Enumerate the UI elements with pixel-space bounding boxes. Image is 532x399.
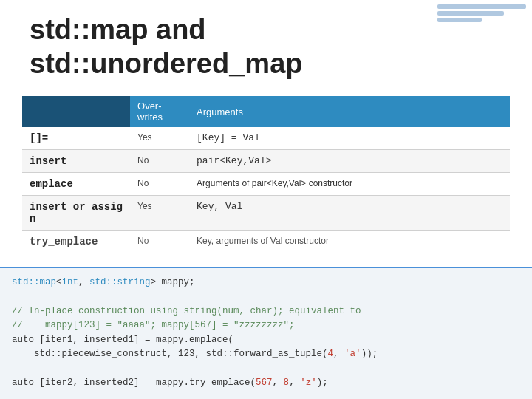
th-method [22, 96, 130, 127]
code-line-comment1: // In-place construction using string(nu… [12, 304, 520, 318]
code-line-blank1 [12, 290, 520, 304]
table-row: insert_or_assign Yes Key, Val [22, 196, 510, 231]
td-arguments: Key, Val [189, 196, 510, 231]
td-method: insert [22, 150, 130, 173]
code-line-comment2: // mappy[123] = "aaaa"; mappy[567] = "zz… [12, 318, 520, 332]
td-overwrites: No [130, 150, 189, 173]
comparison-table-container: Over-writes Arguments []= Yes [Key] = Va… [22, 96, 510, 253]
td-arguments: Key, arguments of Val constructor [189, 231, 510, 253]
slide-title: std::map and std::unordered_map [30, 13, 302, 81]
code-line-5: auto [iter2, inserted2] = mappy.try_empl… [12, 376, 520, 390]
table-header-row: Over-writes Arguments [22, 96, 510, 127]
th-overwrites: Over-writes [130, 96, 189, 127]
code-line-1: std::map<int, std::string> mappy; [12, 276, 520, 290]
td-arguments: Arguments of pair<Key,Val> constructor [189, 173, 510, 196]
top-bar-2 [437, 11, 504, 16]
table-row: insert No pair<Key,Val> [22, 150, 510, 173]
title-line1: std::map and [30, 14, 206, 45]
code-line-blank2 [12, 361, 520, 375]
td-method: insert_or_assign [22, 196, 130, 231]
top-bar-1 [437, 4, 526, 9]
slide: std::map and std::unordered_map Over-wri… [0, 0, 532, 399]
td-arguments: pair<Key,Val> [189, 150, 510, 173]
top-bar-3 [437, 18, 482, 22]
top-bar-container [432, 0, 532, 27]
comparison-table: Over-writes Arguments []= Yes [Key] = Va… [22, 96, 510, 253]
td-method: []= [22, 127, 130, 150]
code-line-4: std::piecewise_construct, 123, std::forw… [12, 347, 520, 361]
td-method: try_emplace [22, 231, 130, 253]
td-overwrites: No [130, 231, 189, 253]
td-overwrites: Yes [130, 127, 189, 150]
td-overwrites: Yes [130, 196, 189, 231]
title-line2: std::unordered_map [30, 48, 302, 79]
table-row: emplace No Arguments of pair<Key,Val> co… [22, 173, 510, 196]
td-overwrites: No [130, 173, 189, 196]
table-row: try_emplace No Key, arguments of Val con… [22, 231, 510, 253]
td-method: emplace [22, 173, 130, 196]
td-arguments: [Key] = Val [189, 127, 510, 150]
code-block: std::map<int, std::string> mappy; // In-… [0, 267, 532, 399]
table-row: []= Yes [Key] = Val [22, 127, 510, 150]
code-line-3: auto [iter1, inserted1] = mappy.emplace( [12, 333, 520, 347]
th-arguments: Arguments [189, 96, 510, 127]
